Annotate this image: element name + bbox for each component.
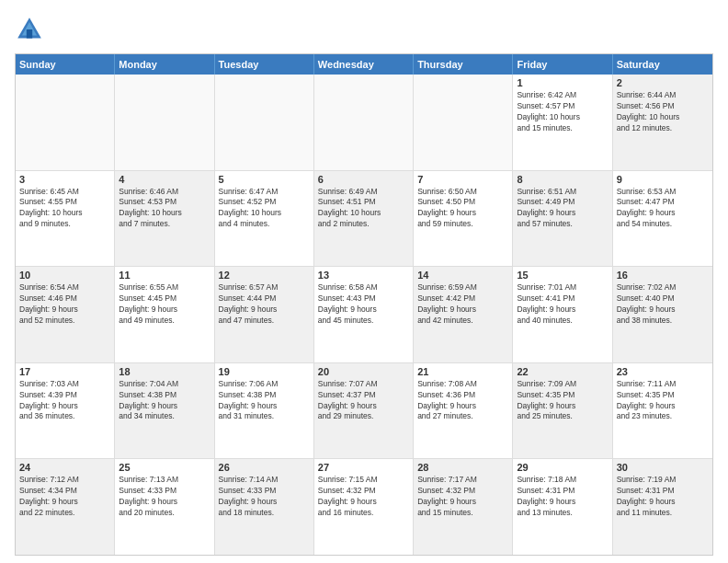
calendar-cell-13: 13Sunrise: 6:58 AM Sunset: 4:43 PM Dayli… [314,267,414,362]
calendar-cell-22: 22Sunrise: 7:09 AM Sunset: 4:35 PM Dayli… [513,363,612,459]
day-number: 14 [417,270,508,281]
day-number: 10 [19,270,110,281]
calendar-header: SundayMondayTuesdayWednesdayThursdayFrid… [16,54,712,75]
day-info: Sunrise: 6:59 AM Sunset: 4:42 PM Dayligh… [417,282,508,327]
day-number: 13 [318,270,409,281]
day-number: 29 [517,462,608,473]
calendar: SundayMondayTuesdayWednesdayThursdayFrid… [15,53,713,556]
day-info: Sunrise: 7:08 AM Sunset: 4:36 PM Dayligh… [417,379,508,423]
calendar-cell-2: 2Sunrise: 6:44 AM Sunset: 4:56 PM Daylig… [613,75,712,170]
day-info: Sunrise: 7:15 AM Sunset: 4:32 PM Dayligh… [318,475,409,519]
calendar-row-2: 10Sunrise: 6:54 AM Sunset: 4:46 PM Dayli… [16,267,712,363]
day-info: Sunrise: 7:12 AM Sunset: 4:34 PM Dayligh… [19,475,110,519]
calendar-cell-4: 4Sunrise: 6:46 AM Sunset: 4:53 PM Daylig… [115,171,214,267]
calendar-cell-7: 7Sunrise: 6:50 AM Sunset: 4:50 PM Daylig… [414,171,513,267]
calendar-cell-9: 9Sunrise: 6:53 AM Sunset: 4:47 PM Daylig… [613,171,712,267]
calendar-cell-14: 14Sunrise: 6:59 AM Sunset: 4:42 PM Dayli… [414,267,513,362]
calendar-row-1: 3Sunrise: 6:45 AM Sunset: 4:55 PM Daylig… [16,171,712,268]
calendar-cell-29: 29Sunrise: 7:18 AM Sunset: 4:31 PM Dayli… [513,459,612,555]
day-info: Sunrise: 6:45 AM Sunset: 4:55 PM Dayligh… [19,187,110,231]
day-info: Sunrise: 7:19 AM Sunset: 4:31 PM Dayligh… [617,475,709,519]
day-info: Sunrise: 7:02 AM Sunset: 4:40 PM Dayligh… [617,282,709,327]
day-number: 12 [219,270,310,281]
day-number: 2 [617,77,709,88]
calendar-cell-19: 19Sunrise: 7:06 AM Sunset: 4:38 PM Dayli… [215,363,314,459]
calendar-cell-5: 5Sunrise: 6:47 AM Sunset: 4:52 PM Daylig… [215,171,314,267]
logo [15,15,48,44]
day-number: 17 [19,366,110,377]
day-info: Sunrise: 6:47 AM Sunset: 4:52 PM Dayligh… [219,187,310,231]
calendar-cell-3: 3Sunrise: 6:45 AM Sunset: 4:55 PM Daylig… [16,171,115,267]
calendar-cell-8: 8Sunrise: 6:51 AM Sunset: 4:49 PM Daylig… [513,171,612,267]
weekday-header-saturday: Saturday [613,54,712,75]
day-info: Sunrise: 6:55 AM Sunset: 4:45 PM Dayligh… [119,282,210,327]
day-number: 21 [417,366,508,377]
calendar-cell-empty-0-4 [414,75,513,170]
calendar-body: 1Sunrise: 6:42 AM Sunset: 4:57 PM Daylig… [16,75,712,555]
day-number: 15 [517,270,608,281]
calendar-cell-empty-0-1 [115,75,214,170]
page: SundayMondayTuesdayWednesdayThursdayFrid… [0,0,728,563]
day-info: Sunrise: 7:07 AM Sunset: 4:37 PM Dayligh… [318,379,409,423]
day-info: Sunrise: 6:49 AM Sunset: 4:51 PM Dayligh… [318,187,409,231]
day-info: Sunrise: 6:58 AM Sunset: 4:43 PM Dayligh… [318,282,409,327]
calendar-cell-30: 30Sunrise: 7:19 AM Sunset: 4:31 PM Dayli… [613,459,712,555]
day-number: 5 [219,174,310,185]
day-number: 18 [119,366,210,377]
weekday-header-sunday: Sunday [16,54,115,75]
svg-rect-2 [27,29,32,39]
day-number: 3 [19,174,110,185]
day-number: 11 [119,270,210,281]
day-number: 26 [219,462,310,473]
day-number: 9 [617,174,709,185]
day-number: 1 [517,77,608,88]
day-number: 30 [617,462,709,473]
calendar-row-0: 1Sunrise: 6:42 AM Sunset: 4:57 PM Daylig… [16,75,712,171]
weekday-header-wednesday: Wednesday [314,54,414,75]
day-info: Sunrise: 6:51 AM Sunset: 4:49 PM Dayligh… [517,187,608,231]
day-number: 4 [119,174,210,185]
day-number: 28 [417,462,508,473]
day-number: 24 [19,462,110,473]
day-info: Sunrise: 7:01 AM Sunset: 4:41 PM Dayligh… [517,282,608,327]
calendar-cell-23: 23Sunrise: 7:11 AM Sunset: 4:35 PM Dayli… [613,363,712,459]
day-info: Sunrise: 7:13 AM Sunset: 4:33 PM Dayligh… [119,475,210,519]
day-number: 19 [219,366,310,377]
day-number: 23 [617,366,709,377]
calendar-cell-6: 6Sunrise: 6:49 AM Sunset: 4:51 PM Daylig… [314,171,414,267]
day-info: Sunrise: 6:57 AM Sunset: 4:44 PM Dayligh… [219,282,310,327]
day-info: Sunrise: 7:18 AM Sunset: 4:31 PM Dayligh… [517,475,608,519]
calendar-cell-18: 18Sunrise: 7:04 AM Sunset: 4:38 PM Dayli… [115,363,214,459]
calendar-cell-15: 15Sunrise: 7:01 AM Sunset: 4:41 PM Dayli… [513,267,612,362]
weekday-header-thursday: Thursday [414,54,513,75]
day-number: 16 [617,270,709,281]
calendar-cell-empty-0-2 [215,75,314,170]
day-info: Sunrise: 6:53 AM Sunset: 4:47 PM Dayligh… [617,187,709,231]
logo-icon [15,15,44,44]
calendar-cell-10: 10Sunrise: 6:54 AM Sunset: 4:46 PM Dayli… [16,267,115,362]
calendar-cell-11: 11Sunrise: 6:55 AM Sunset: 4:45 PM Dayli… [115,267,214,362]
calendar-cell-25: 25Sunrise: 7:13 AM Sunset: 4:33 PM Dayli… [115,459,214,555]
calendar-cell-17: 17Sunrise: 7:03 AM Sunset: 4:39 PM Dayli… [16,363,115,459]
day-info: Sunrise: 6:54 AM Sunset: 4:46 PM Dayligh… [19,282,110,327]
calendar-cell-empty-0-0 [16,75,115,170]
day-number: 22 [517,366,608,377]
calendar-cell-27: 27Sunrise: 7:15 AM Sunset: 4:32 PM Dayli… [314,459,414,555]
day-info: Sunrise: 6:44 AM Sunset: 4:56 PM Dayligh… [617,90,709,134]
weekday-header-tuesday: Tuesday [215,54,314,75]
calendar-cell-24: 24Sunrise: 7:12 AM Sunset: 4:34 PM Dayli… [16,459,115,555]
day-number: 27 [318,462,409,473]
day-info: Sunrise: 7:09 AM Sunset: 4:35 PM Dayligh… [517,379,608,423]
calendar-row-3: 17Sunrise: 7:03 AM Sunset: 4:39 PM Dayli… [16,363,712,460]
day-info: Sunrise: 6:42 AM Sunset: 4:57 PM Dayligh… [517,90,608,134]
day-info: Sunrise: 7:17 AM Sunset: 4:32 PM Dayligh… [417,475,508,519]
day-info: Sunrise: 7:04 AM Sunset: 4:38 PM Dayligh… [119,379,210,423]
day-info: Sunrise: 7:14 AM Sunset: 4:33 PM Dayligh… [219,475,310,519]
day-info: Sunrise: 6:50 AM Sunset: 4:50 PM Dayligh… [417,187,508,231]
day-info: Sunrise: 7:06 AM Sunset: 4:38 PM Dayligh… [219,379,310,423]
day-number: 6 [318,174,409,185]
day-info: Sunrise: 7:11 AM Sunset: 4:35 PM Dayligh… [617,379,709,423]
calendar-cell-21: 21Sunrise: 7:08 AM Sunset: 4:36 PM Dayli… [414,363,513,459]
calendar-cell-16: 16Sunrise: 7:02 AM Sunset: 4:40 PM Dayli… [613,267,712,362]
day-info: Sunrise: 7:03 AM Sunset: 4:39 PM Dayligh… [19,379,110,423]
